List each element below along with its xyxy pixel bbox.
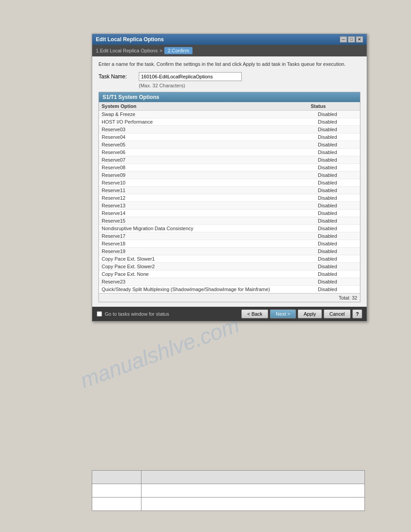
dialog-window: Edit Local Replica Options ─ □ ✕ 1.Edit … bbox=[92, 34, 367, 322]
options-section-header: S1/T1 System Options bbox=[99, 92, 360, 102]
row-status: Disabled bbox=[315, 202, 360, 209]
row-status: Disabled bbox=[315, 248, 360, 255]
next-button[interactable]: Next > bbox=[270, 309, 296, 318]
row-status: Disabled bbox=[315, 255, 360, 262]
row-system-option: Reserve06 bbox=[99, 149, 315, 156]
table-cell bbox=[141, 471, 365, 484]
scroll-spacer bbox=[353, 102, 360, 110]
goto-tasks-checkbox[interactable] bbox=[97, 311, 102, 317]
row-system-option: Copy Pace Ext. Slower1 bbox=[99, 255, 315, 262]
close-button[interactable]: ✕ bbox=[356, 36, 363, 43]
goto-tasks-label: Go to tasks window for status bbox=[105, 311, 169, 317]
table-row: HOST I/O PerformanceDisabled bbox=[99, 118, 360, 126]
row-status: Disabled bbox=[315, 179, 360, 186]
task-name-input[interactable] bbox=[139, 72, 242, 81]
page-wrapper: Edit Local Replica Options ─ □ ✕ 1.Edit … bbox=[0, 0, 411, 532]
watermark: manualshlve.com bbox=[77, 313, 243, 393]
row-status: Disabled bbox=[315, 156, 360, 163]
options-section: S1/T1 System Options System Option Statu… bbox=[98, 92, 360, 302]
info-text: Enter a name for the task. Confirm the s… bbox=[98, 61, 360, 68]
table-row: Reserve13Disabled bbox=[99, 202, 360, 210]
row-system-option: Reserve14 bbox=[99, 210, 315, 217]
row-status: Disabled bbox=[315, 133, 360, 141]
row-status: Disabled bbox=[315, 232, 360, 240]
table-row: Reserve07Disabled bbox=[99, 156, 360, 164]
row-system-option: Reserve12 bbox=[99, 194, 315, 202]
footer-left: Go to tasks window for status bbox=[97, 311, 169, 317]
row-system-option: Quick/Steady Split Multiplexing (ShadowI… bbox=[99, 286, 315, 293]
row-status: Disabled bbox=[315, 270, 360, 278]
table-row bbox=[92, 471, 365, 484]
options-table-body[interactable]: Swap & FreezeDisabledHOST I/O Performanc… bbox=[99, 111, 360, 293]
table-cell bbox=[141, 498, 365, 511]
row-status: Disabled bbox=[315, 286, 360, 293]
cancel-button[interactable]: Cancel bbox=[324, 309, 351, 318]
minimize-button[interactable]: ─ bbox=[340, 36, 347, 43]
table-row: Reserve18Disabled bbox=[99, 240, 360, 248]
help-button[interactable]: ? bbox=[352, 309, 362, 318]
row-status: Disabled bbox=[315, 172, 360, 179]
maximize-button[interactable]: □ bbox=[348, 36, 355, 43]
col-header-system-option: System Option bbox=[99, 102, 308, 110]
row-status: Disabled bbox=[315, 164, 360, 171]
table-row: Reserve08Disabled bbox=[99, 164, 360, 172]
total-count: 32 bbox=[352, 295, 357, 300]
row-system-option: Reserve23 bbox=[99, 278, 315, 285]
row-system-option: Nondisruptive Migration Data Consistency bbox=[99, 225, 315, 232]
table-cell bbox=[141, 484, 365, 498]
footer-buttons: < Back Next > Apply Cancel ? bbox=[241, 309, 362, 318]
row-system-option: Reserve08 bbox=[99, 164, 315, 171]
row-system-option: Reserve07 bbox=[99, 156, 315, 163]
table-row: Reserve23Disabled bbox=[99, 278, 360, 286]
table-row: Reserve17Disabled bbox=[99, 232, 360, 240]
table-row: Reserve15Disabled bbox=[99, 217, 360, 225]
row-system-option: Reserve03 bbox=[99, 126, 315, 133]
table-row: Reserve11Disabled bbox=[99, 187, 360, 194]
step-arrow: > bbox=[159, 48, 162, 53]
row-system-option: Reserve04 bbox=[99, 133, 315, 141]
step-bar: 1.Edit Local Replica Options > 2.Confirm bbox=[92, 45, 367, 56]
row-system-option: Copy Pace Ext. None bbox=[99, 270, 315, 278]
table-cell bbox=[92, 498, 141, 511]
row-status: Disabled bbox=[315, 194, 360, 202]
back-button[interactable]: < Back bbox=[241, 309, 268, 318]
apply-button[interactable]: Apply bbox=[298, 309, 322, 318]
task-name-row: Task Name: bbox=[98, 72, 360, 81]
row-status: Disabled bbox=[315, 278, 360, 285]
title-bar: Edit Local Replica Options ─ □ ✕ bbox=[92, 34, 367, 45]
title-bar-buttons: ─ □ ✕ bbox=[340, 36, 363, 43]
table-row: Nondisruptive Migration Data Consistency… bbox=[99, 225, 360, 232]
step-2-label[interactable]: 2.Confirm bbox=[164, 47, 193, 54]
row-status: Disabled bbox=[315, 240, 360, 247]
row-system-option: Reserve11 bbox=[99, 187, 315, 194]
table-row bbox=[92, 484, 365, 498]
step-1-label[interactable]: 1.Edit Local Replica Options bbox=[96, 48, 158, 53]
row-system-option: Reserve10 bbox=[99, 179, 315, 186]
table-row: Reserve12Disabled bbox=[99, 194, 360, 202]
bottom-table bbox=[92, 470, 365, 511]
row-system-option: Reserve09 bbox=[99, 172, 315, 179]
row-status: Disabled bbox=[315, 187, 360, 194]
task-name-label: Task Name: bbox=[98, 73, 139, 80]
row-system-option: Reserve17 bbox=[99, 232, 315, 240]
col-header-status: Status bbox=[308, 102, 353, 110]
row-status: Disabled bbox=[315, 263, 360, 270]
row-status: Disabled bbox=[315, 210, 360, 217]
content-area: Enter a name for the task. Confirm the s… bbox=[92, 56, 367, 307]
row-system-option: Reserve19 bbox=[99, 248, 315, 255]
row-system-option: Swap & Freeze bbox=[99, 111, 315, 118]
table-row: Copy Pace Ext. NoneDisabled bbox=[99, 270, 360, 278]
row-system-option: Reserve05 bbox=[99, 141, 315, 148]
table-row: Reserve05Disabled bbox=[99, 141, 360, 149]
row-system-option: Reserve13 bbox=[99, 202, 315, 209]
row-status: Disabled bbox=[315, 225, 360, 232]
table-row: Copy Pace Ext. Slower2Disabled bbox=[99, 263, 360, 270]
table-row: Reserve04Disabled bbox=[99, 133, 360, 141]
table-row: Quick/Steady Split Multiplexing (ShadowI… bbox=[99, 286, 360, 293]
table-row: Reserve19Disabled bbox=[99, 248, 360, 255]
table-row bbox=[92, 498, 365, 511]
table-row: Reserve03Disabled bbox=[99, 126, 360, 133]
row-status: Disabled bbox=[315, 126, 360, 133]
row-system-option: Reserve15 bbox=[99, 217, 315, 224]
table-row: Reserve14Disabled bbox=[99, 210, 360, 217]
